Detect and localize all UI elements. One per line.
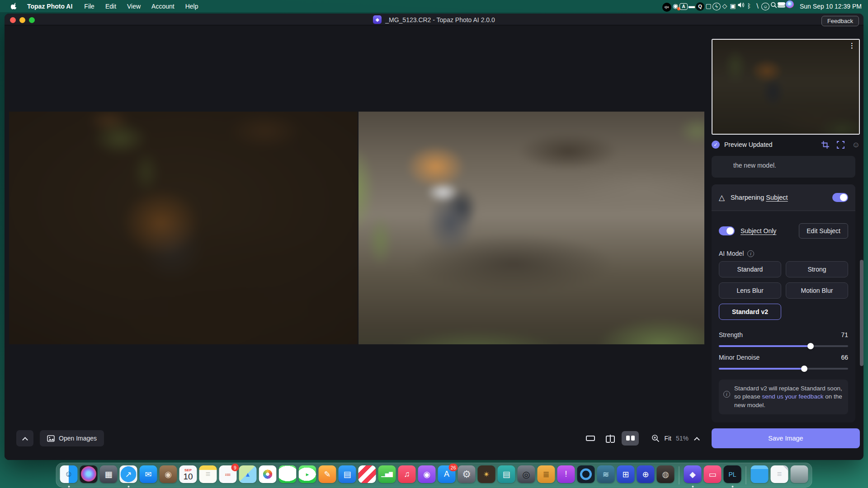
- dock-disc-gauge-app[interactable]: [577, 465, 595, 488]
- dock-document[interactable]: ≡: [771, 465, 788, 488]
- dock-dxo-photolab[interactable]: PL: [724, 465, 741, 488]
- edit-subject-button[interactable]: Edit Subject: [799, 223, 848, 239]
- dock-downloads-folder[interactable]: [751, 465, 769, 488]
- close-button[interactable]: [10, 17, 16, 23]
- maximize-button[interactable]: [29, 17, 35, 23]
- collapse-panel-button[interactable]: [16, 430, 33, 446]
- dock-fish-screen-app[interactable]: ≋: [597, 465, 615, 488]
- dock-topaz-photo-ai[interactable]: ◆: [684, 465, 702, 488]
- model-motion-blur-button[interactable]: Motion Blur: [786, 282, 848, 299]
- dock-camera-tether-app[interactable]: ◎: [518, 465, 535, 488]
- dock-messages[interactable]: [279, 465, 297, 488]
- photo-after-pane[interactable]: [359, 112, 704, 344]
- dock-subject-select-app[interactable]: ⊕: [637, 465, 655, 488]
- fit-label[interactable]: Fit: [664, 435, 671, 442]
- dock-mail[interactable]: ✉: [140, 465, 157, 488]
- menu-file[interactable]: File: [79, 3, 100, 10]
- dock-lens-knob-app[interactable]: ◍: [657, 465, 675, 488]
- siri-icon[interactable]: [786, 0, 794, 8]
- battery-energy-icon[interactable]: ϟ: [712, 3, 721, 10]
- input-source-icon[interactable]: A: [679, 3, 688, 10]
- dock-calendar[interactable]: SEP10: [179, 465, 197, 488]
- control-center-icon[interactable]: [778, 2, 786, 8]
- zoom-magnifier-icon[interactable]: [651, 434, 660, 442]
- menu-help[interactable]: Help: [180, 3, 204, 10]
- save-image-button[interactable]: Save Image: [712, 428, 860, 448]
- dock-trash[interactable]: [791, 465, 808, 488]
- dock-notes[interactable]: ≡: [199, 465, 217, 488]
- cpu-chip-icon[interactable]: ▣: [729, 1, 737, 10]
- sharpening-toggle[interactable]: [832, 193, 848, 202]
- dock-system-settings[interactable]: ⚙: [458, 465, 476, 488]
- dock-safari[interactable]: ↗: [120, 465, 137, 488]
- menubar-app-name[interactable]: Topaz Photo AI: [22, 3, 78, 10]
- volume-icon[interactable]: [737, 0, 745, 9]
- navigator-thumbnail[interactable]: ⋮: [712, 39, 860, 135]
- subject-only-toggle[interactable]: [719, 226, 735, 235]
- dock-pink-display-app[interactable]: ▭: [704, 465, 722, 488]
- dock-maps[interactable]: ▲: [239, 465, 257, 488]
- dock-photo-multitool-app[interactable]: ✴: [478, 465, 495, 488]
- strength-slider-thumb[interactable]: [807, 343, 814, 349]
- open-images-button[interactable]: Open Images: [40, 430, 104, 446]
- note-feedback-link[interactable]: send us your feedback: [762, 393, 824, 400]
- dock-numbers[interactable]: ▁▅▇: [378, 465, 396, 488]
- view-side-by-side-button[interactable]: [622, 431, 639, 446]
- dock-podcasts[interactable]: ◉: [418, 465, 436, 488]
- dock-music[interactable]: ♫: [398, 465, 416, 488]
- dock-facetime[interactable]: ▸: [299, 465, 316, 488]
- dock-alert-bubble-app[interactable]: !: [557, 465, 575, 488]
- display-icon[interactable]: ▬: [688, 1, 696, 10]
- menu-account[interactable]: Account: [146, 3, 180, 10]
- assistant-search-icon[interactable]: Q: [696, 2, 704, 11]
- dock-news[interactable]: [359, 465, 376, 488]
- crop-icon[interactable]: [821, 141, 829, 149]
- dock-photos[interactable]: [259, 465, 277, 488]
- view-single-button[interactable]: [582, 431, 599, 446]
- wifi-off-icon[interactable]: ∖: [753, 1, 761, 10]
- model-standard-v2-button[interactable]: Standard v2: [719, 304, 781, 320]
- subject-only-label[interactable]: Subject Only: [741, 227, 776, 235]
- user-account-icon[interactable]: ☺: [761, 3, 769, 10]
- menu-edit[interactable]: Edit: [100, 3, 122, 10]
- audio-wave-icon[interactable]: ı|ıı: [662, 3, 671, 12]
- dock-launchpad[interactable]: ▦: [100, 465, 118, 488]
- dock-image-annotate-app[interactable]: ⊞: [617, 465, 635, 488]
- minimize-button[interactable]: [19, 17, 25, 23]
- panel-scrollbar[interactable]: [860, 260, 863, 366]
- menu-view[interactable]: View: [122, 3, 146, 10]
- spotlight-icon[interactable]: [769, 0, 778, 9]
- model-lens-blur-button[interactable]: Lens Blur: [719, 282, 781, 299]
- minor-denoise-slider-thumb[interactable]: [801, 366, 807, 372]
- model-strong-button[interactable]: Strong: [786, 261, 848, 277]
- dock-siri[interactable]: [80, 465, 98, 488]
- sharpening-header[interactable]: △ Sharpening Subject: [712, 184, 855, 211]
- screen-mirroring-icon[interactable]: ▢: [704, 1, 712, 10]
- feedback-button[interactable]: Feedback: [821, 16, 859, 26]
- dock-app-store[interactable]: A26: [438, 465, 456, 488]
- dock-teal-display-app[interactable]: ▤: [498, 465, 515, 488]
- feedback-smiley-icon[interactable]: ☺: [852, 141, 860, 149]
- apple-menu-icon[interactable]: [7, 3, 21, 9]
- photo-before-pane[interactable]: [9, 112, 358, 344]
- dock-keynote[interactable]: ▤: [339, 465, 356, 488]
- sharpening-subject-link[interactable]: Subject: [766, 194, 788, 201]
- dock-archive-utility-app[interactable]: ≣: [538, 465, 555, 488]
- zoom-chevron-icon[interactable]: [694, 437, 700, 443]
- fullscreen-icon[interactable]: [837, 141, 844, 149]
- menubar-clock[interactable]: Sun Sep 10 12:39 PM: [800, 3, 862, 10]
- dock-reminders[interactable]: ≔9: [219, 465, 237, 488]
- window-title: _MG_5123.CR2 - Topaz Photo AI 2.0.0: [385, 16, 495, 23]
- screen-record-icon[interactable]: ◉: [671, 1, 679, 10]
- thumbnail-menu-icon[interactable]: ⋮: [849, 42, 855, 49]
- minor-denoise-slider[interactable]: [719, 368, 848, 370]
- dock-finder[interactable]: ☺: [60, 465, 78, 488]
- view-split-button[interactable]: [602, 431, 619, 446]
- strength-slider[interactable]: [719, 345, 848, 347]
- bluetooth-icon[interactable]: ᛒ: [745, 1, 753, 10]
- model-standard-button[interactable]: Standard: [719, 261, 781, 277]
- dock-pages[interactable]: ✎: [319, 465, 336, 488]
- ai-model-info-icon[interactable]: i: [747, 250, 754, 257]
- diamond-app-icon[interactable]: ◇: [721, 1, 729, 10]
- dock-contacts[interactable]: ◉: [160, 465, 177, 488]
